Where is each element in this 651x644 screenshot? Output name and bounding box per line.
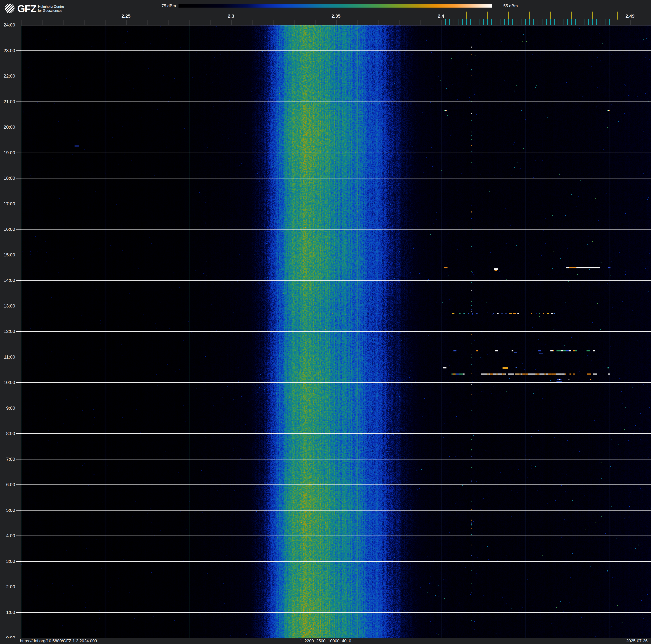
wifi-channel-tick bbox=[508, 11, 509, 20]
ble-channel-tick bbox=[466, 19, 467, 25]
time-tick bbox=[16, 357, 21, 357]
time-tick bbox=[16, 433, 21, 434]
ble-channel-tick bbox=[462, 19, 463, 25]
freq-tick-label: 2.25 bbox=[122, 13, 131, 19]
time-tick-label: 14:00 bbox=[0, 277, 15, 283]
time-tick-label: 16:00 bbox=[0, 226, 15, 232]
time-tick bbox=[16, 51, 21, 51]
time-tick-label: 17:00 bbox=[0, 201, 15, 207]
time-tick-label: 9:00 bbox=[0, 405, 15, 411]
time-tick bbox=[16, 612, 21, 613]
time-tick bbox=[16, 229, 21, 230]
wifi-channel-tick bbox=[571, 11, 572, 20]
time-tick-label: 2:00 bbox=[0, 584, 15, 590]
wifi-channel-tick bbox=[550, 11, 551, 20]
freq-minor-tick bbox=[63, 20, 63, 25]
freq-minor-tick bbox=[441, 20, 441, 25]
time-tick-label: 19:00 bbox=[0, 150, 15, 156]
time-tick-label: 11:00 bbox=[0, 354, 15, 360]
ble-channel-tick bbox=[508, 19, 509, 25]
ble-channel-tick bbox=[580, 19, 580, 25]
colorbar-max-label: -55 dBm bbox=[502, 4, 518, 8]
freq-minor-tick bbox=[168, 20, 168, 25]
time-tick-label: 20:00 bbox=[0, 124, 15, 130]
time-tick-label: 4:00 bbox=[0, 533, 15, 539]
freq-minor-tick bbox=[420, 20, 421, 25]
time-tick bbox=[16, 76, 21, 76]
freq-minor-tick bbox=[189, 20, 189, 25]
time-tick-label: 12:00 bbox=[0, 328, 15, 334]
time-tick-label: 6:00 bbox=[0, 482, 15, 488]
ble-channel-tick bbox=[584, 19, 584, 25]
ble-channel-tick bbox=[559, 19, 559, 25]
ble-channel-tick bbox=[550, 19, 551, 25]
ble-channel-tick bbox=[600, 19, 601, 25]
time-tick-label: 7:00 bbox=[0, 456, 15, 462]
freq-minor-tick bbox=[231, 20, 231, 25]
freq-minor-tick bbox=[126, 20, 126, 25]
time-tick-label: 24:00 bbox=[0, 22, 15, 28]
time-tick-label: 23:00 bbox=[0, 48, 15, 54]
time-tick bbox=[16, 561, 21, 562]
time-tick bbox=[16, 408, 21, 408]
ble-channel-tick bbox=[521, 19, 521, 25]
time-tick-label: 8:00 bbox=[0, 431, 15, 437]
wifi-channel-tick bbox=[487, 11, 488, 20]
colorbar-wrap: -75 dBm -55 dBm bbox=[0, 0, 651, 12]
time-tick bbox=[16, 535, 21, 536]
ble-channel-tick bbox=[567, 19, 568, 25]
time-tick bbox=[16, 510, 21, 510]
time-tick bbox=[16, 127, 21, 127]
time-tick-label: 13:00 bbox=[0, 303, 15, 309]
time-tick bbox=[16, 204, 21, 204]
wifi-channel-tick bbox=[561, 11, 561, 20]
spectrogram-page: GFZ Helmholtz Centre for Geosciences -75… bbox=[0, 0, 651, 644]
freq-minor-tick bbox=[630, 20, 630, 25]
colorbar-min-label: -75 dBm bbox=[134, 4, 176, 8]
wifi-channel-tick bbox=[477, 11, 477, 20]
time-tick bbox=[16, 255, 21, 255]
wifi-channel-tick bbox=[498, 11, 498, 20]
time-tick bbox=[16, 331, 21, 332]
wifi-channel-tick bbox=[592, 11, 593, 20]
freq-tick-label: 2.49 bbox=[626, 13, 634, 19]
time-tick bbox=[16, 306, 21, 306]
freq-minor-tick bbox=[357, 20, 358, 25]
time-tick bbox=[16, 178, 21, 178]
time-tick-label: 1:00 bbox=[0, 610, 15, 615]
freq-minor-tick bbox=[84, 20, 85, 25]
ble-channel-tick bbox=[470, 19, 471, 25]
ble-channel-tick bbox=[445, 19, 446, 25]
freq-minor-tick bbox=[147, 20, 148, 25]
time-tick bbox=[16, 382, 21, 383]
wifi-channel-tick bbox=[529, 11, 530, 20]
freq-minor-tick bbox=[252, 20, 252, 25]
time-tick-label: 22:00 bbox=[0, 73, 15, 79]
wifi-channel-tick bbox=[617, 11, 618, 20]
date-label: 2025-07-26 bbox=[626, 639, 648, 643]
freq-minor-tick bbox=[378, 20, 378, 25]
freq-minor-tick bbox=[399, 20, 399, 25]
time-tick-label: 5:00 bbox=[0, 507, 15, 513]
ble-channel-tick bbox=[588, 19, 589, 25]
freq-tick-label: 2.35 bbox=[332, 13, 341, 19]
ble-channel-tick bbox=[500, 19, 500, 25]
ble-channel-tick bbox=[605, 19, 606, 25]
ble-channel-tick bbox=[525, 19, 526, 25]
ble-channel-tick bbox=[571, 19, 572, 25]
dataset-id: 1_2200_2500_10000_40_0 bbox=[0, 639, 651, 643]
freq-minor-tick bbox=[336, 20, 336, 25]
spectrogram-canvas bbox=[21, 25, 651, 638]
ble-channel-tick bbox=[458, 19, 459, 25]
freq-minor-tick bbox=[42, 20, 42, 25]
ble-channel-tick bbox=[496, 19, 496, 25]
ble-channel-tick bbox=[592, 19, 593, 25]
ble-channel-tick bbox=[479, 19, 479, 25]
wifi-channel-tick bbox=[582, 11, 582, 20]
ble-channel-tick bbox=[529, 19, 530, 25]
ble-channel-tick bbox=[504, 19, 505, 25]
time-tick bbox=[16, 459, 21, 460]
freq-tick-label: 2.4 bbox=[438, 13, 444, 19]
ble-channel-tick bbox=[517, 19, 517, 25]
ble-channel-tick bbox=[533, 19, 534, 25]
